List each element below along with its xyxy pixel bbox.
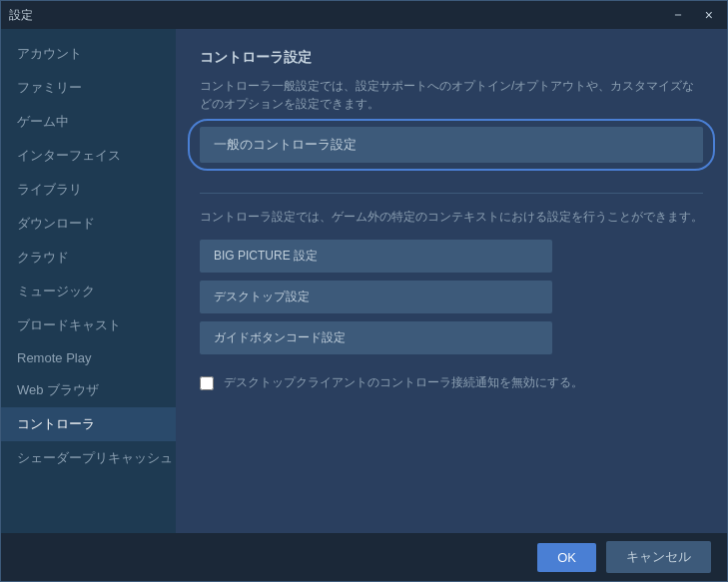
- context-buttons-group: BIG PICTURE 設定デスクトップ設定ガイドボタンコード設定: [200, 240, 703, 354]
- context-description: コントローラ設定では、ゲーム外の特定のコンテキストにおける設定を行うことができま…: [200, 208, 703, 226]
- titlebar-controls: － ×: [665, 4, 719, 26]
- sidebar: アカウントファミリーゲーム中インターフェイスライブラリダウンロードクラウドミュー…: [1, 29, 176, 533]
- checkbox-label: デスクトップクライアントのコントローラ接続通知を無効にする。: [224, 374, 583, 391]
- sidebar-item-broadcast[interactable]: ブロードキャスト: [1, 308, 176, 342]
- titlebar: 設定 － ×: [1, 1, 727, 29]
- cancel-button[interactable]: キャンセル: [606, 541, 711, 573]
- sidebar-item-library[interactable]: ライブラリ: [1, 173, 176, 207]
- sidebar-item-shadercache[interactable]: シェーダープリキャッシュ: [1, 441, 176, 475]
- divider: [200, 193, 703, 194]
- sidebar-item-controller[interactable]: コントローラ: [1, 407, 176, 441]
- context-button-guide[interactable]: ガイドボタンコード設定: [200, 321, 552, 354]
- window-title: 設定: [9, 7, 33, 24]
- sidebar-item-ingame[interactable]: ゲーム中: [1, 105, 176, 139]
- sidebar-item-interface[interactable]: インターフェイス: [1, 139, 176, 173]
- sidebar-item-remoteplay[interactable]: Remote Play: [1, 342, 176, 373]
- context-button-bigpicture[interactable]: BIG PICTURE 設定: [200, 240, 552, 273]
- checkbox-row: デスクトップクライアントのコントローラ接続通知を無効にする。: [200, 374, 703, 391]
- sidebar-item-webbrowser[interactable]: Web ブラウザ: [1, 373, 176, 407]
- footer: OK キャンセル: [1, 533, 727, 581]
- sidebar-item-download[interactable]: ダウンロード: [1, 207, 176, 241]
- general-button-wrapper: 一般のコントローラ設定: [200, 127, 703, 163]
- sidebar-item-family[interactable]: ファミリー: [1, 71, 176, 105]
- section-title: コントローラ設定: [200, 49, 703, 67]
- sidebar-item-cloud[interactable]: クラウド: [1, 241, 176, 275]
- sidebar-item-account[interactable]: アカウント: [1, 37, 176, 71]
- settings-window: 設定 － × アカウントファミリーゲーム中インターフェイスライブラリダウンロード…: [0, 0, 728, 582]
- close-button[interactable]: ×: [699, 5, 719, 25]
- section-description: コントローラ一般設定では、設定サポートへのオプトイン/オプトアウトや、カスタマイ…: [200, 77, 703, 113]
- general-controller-settings-button[interactable]: 一般のコントローラ設定: [200, 127, 703, 163]
- context-button-desktop[interactable]: デスクトップ設定: [200, 281, 552, 313]
- main-panel: コントローラ設定 コントローラ一般設定では、設定サポートへのオプトイン/オプトア…: [176, 29, 727, 533]
- ok-button[interactable]: OK: [537, 543, 596, 572]
- minimize-button[interactable]: －: [665, 4, 691, 26]
- sidebar-item-music[interactable]: ミュージック: [1, 275, 176, 308]
- content-area: アカウントファミリーゲーム中インターフェイスライブラリダウンロードクラウドミュー…: [1, 29, 727, 533]
- disable-notification-checkbox[interactable]: [200, 376, 214, 390]
